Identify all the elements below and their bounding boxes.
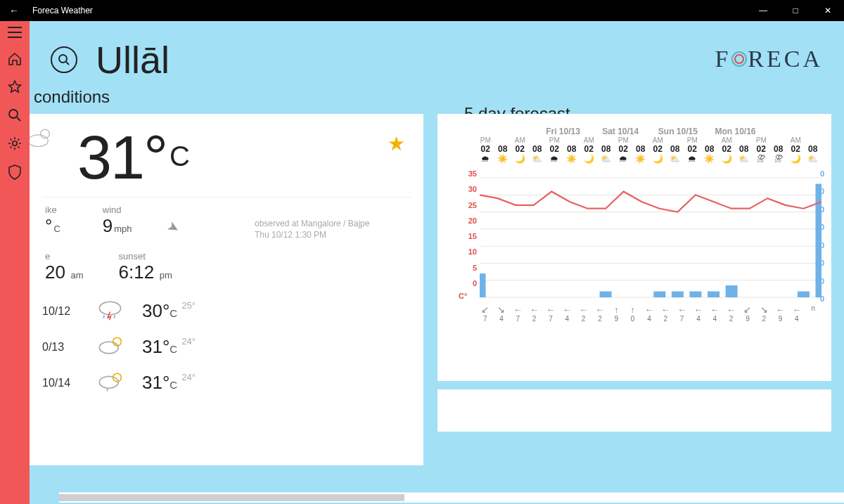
minimize-button[interactable]: — xyxy=(747,6,779,15)
wind-cell: ←2 xyxy=(575,304,592,323)
hdr-cell xyxy=(494,136,512,144)
hdr-cell: ☀️ xyxy=(632,154,650,164)
svg-point-1 xyxy=(13,141,17,146)
wind-cell: ←4 xyxy=(690,304,706,323)
hdr-cell: ⛅ xyxy=(667,154,684,164)
hdr-cell: 🌧 xyxy=(477,154,494,164)
wind-cell: ↙9 xyxy=(739,304,755,323)
hdr-cell xyxy=(770,136,788,144)
hdr-cell: 08 xyxy=(736,144,753,154)
hdr-cell: 🌙 xyxy=(787,154,805,164)
back-button[interactable]: ← xyxy=(0,5,28,16)
window-title: Foreca Weather xyxy=(28,6,93,15)
hdr-cell: AM xyxy=(787,136,805,144)
search-button[interactable] xyxy=(51,46,77,73)
daily-row[interactable]: 10/1230°C25° xyxy=(42,293,411,329)
hdr-cell: 08 xyxy=(529,144,546,154)
forecast-day-labels: Fri 10/13Sat 10/14Sun 10/15Mon 10/16 xyxy=(477,127,821,136)
feels-like: ike °C xyxy=(45,205,60,237)
hdr-cell: 🌙 xyxy=(580,154,598,164)
wind-cell: ↘2 xyxy=(756,304,772,323)
close-button[interactable]: ✕ xyxy=(812,6,844,15)
hdr-cell: ⛈ xyxy=(770,154,788,164)
svg-rect-34 xyxy=(726,285,738,297)
titlebar: ← Foreca Weather — □ ✕ xyxy=(0,0,844,21)
hdr-cell: 02 xyxy=(649,144,667,154)
forecast-ampm-row: PMAMPMAMPMAMPMAMPMAM xyxy=(477,136,821,144)
hdr-cell: ⛅ xyxy=(598,154,615,164)
hdr-cell xyxy=(563,136,581,144)
hdr-cell: 08 xyxy=(701,144,719,154)
hdr-cell: PM xyxy=(477,136,494,144)
hdr-cell: 02 xyxy=(615,144,632,154)
forecast-secondary-card[interactable] xyxy=(437,389,831,432)
hamburger-icon[interactable] xyxy=(8,27,22,38)
hdr-cell: ☀️ xyxy=(494,154,512,164)
wind-cell: ←2 xyxy=(592,304,608,323)
observation-meta: observed at Mangalore / Bajpe Thu 10/12 … xyxy=(255,218,369,240)
hdr-cell: PM xyxy=(615,136,632,144)
daily-weather-icon xyxy=(97,299,129,323)
hdr-cell: ⛅ xyxy=(736,154,753,164)
hdr-cell: 🌧 xyxy=(546,154,563,164)
hdr-cell: 🌧 xyxy=(684,154,701,164)
hdr-cell xyxy=(667,136,684,144)
svg-rect-30 xyxy=(653,292,665,298)
svg-point-6 xyxy=(30,135,48,147)
horizontal-scrollbar[interactable] xyxy=(59,492,844,503)
forecast-wind-row: ↙7↘4←7←2←7←4←2←2↑9↑0←4←2←7←4←4←2↙9↘2←9←4… xyxy=(477,304,821,323)
wind-cell: ←4 xyxy=(641,304,657,323)
hdr-cell: AM xyxy=(649,136,667,144)
forecast-card[interactable]: Fri 10/13Sat 10/14Sun 10/15Mon 10/16 PMA… xyxy=(437,114,831,381)
hdr-cell xyxy=(701,136,719,144)
hdr-cell: 02 xyxy=(546,144,563,154)
wind-cell: ←4 xyxy=(559,304,575,323)
gear-icon[interactable] xyxy=(8,136,22,150)
sunrise: e 20 am xyxy=(45,251,84,283)
svg-point-2 xyxy=(59,55,67,63)
daily-weather-icon xyxy=(97,335,129,359)
current-weather-icon xyxy=(30,127,65,149)
wind-cell: ←2 xyxy=(658,304,674,323)
daily-row[interactable]: 10/1431°C24° xyxy=(42,365,411,401)
city-title: Ullāl xyxy=(96,38,170,82)
hdr-cell xyxy=(736,136,753,144)
favorite-star-icon[interactable]: ★ xyxy=(388,132,405,155)
hdr-cell: 02 xyxy=(580,144,598,154)
svg-point-0 xyxy=(9,110,18,118)
star-icon[interactable] xyxy=(8,80,22,94)
wind-cell: ↑9 xyxy=(608,304,625,323)
search-icon[interactable] xyxy=(8,108,22,122)
sunset: sunset 6:12 pm xyxy=(119,251,172,283)
svg-point-9 xyxy=(99,342,118,354)
daily-row[interactable]: 0/1331°C24° xyxy=(42,329,411,365)
wind-cell: ←9 xyxy=(772,304,788,323)
home-icon[interactable] xyxy=(8,52,22,66)
hdr-cell: 🌙 xyxy=(718,154,736,164)
hdr-cell: 08 xyxy=(770,144,788,154)
hdr-cell: ⛈ xyxy=(753,154,770,164)
hdr-cell xyxy=(598,136,615,144)
svg-point-3 xyxy=(735,55,743,63)
forecast-hour-row: 0208020802080208020802080208020802080208 xyxy=(477,144,821,154)
hdr-cell: 🌧 xyxy=(615,154,632,164)
hdr-cell: 08 xyxy=(494,144,512,154)
hdr-cell: ⛅ xyxy=(805,154,822,164)
hdr-cell: 02 xyxy=(684,144,701,154)
hdr-cell: 02 xyxy=(753,144,770,154)
hdr-cell: 08 xyxy=(598,144,615,154)
hdr-cell: 08 xyxy=(563,144,581,154)
hdr-cell: 08 xyxy=(805,144,822,154)
maximize-button[interactable]: □ xyxy=(779,6,812,15)
wind-cell: ↑0 xyxy=(625,304,641,323)
svg-rect-32 xyxy=(689,292,701,298)
conditions-title: conditions xyxy=(34,87,110,107)
scrollbar-thumb[interactable] xyxy=(59,494,404,501)
hdr-cell: AM xyxy=(511,136,529,144)
shield-icon[interactable] xyxy=(8,164,22,180)
hdr-cell xyxy=(805,136,822,144)
brand-logo: FRECA xyxy=(715,46,823,75)
svg-rect-38 xyxy=(798,292,810,298)
conditions-card[interactable]: ★ 31°C observed at Mangalore / Bajpe Thu… xyxy=(30,114,423,465)
hdr-cell: AM xyxy=(718,136,736,144)
